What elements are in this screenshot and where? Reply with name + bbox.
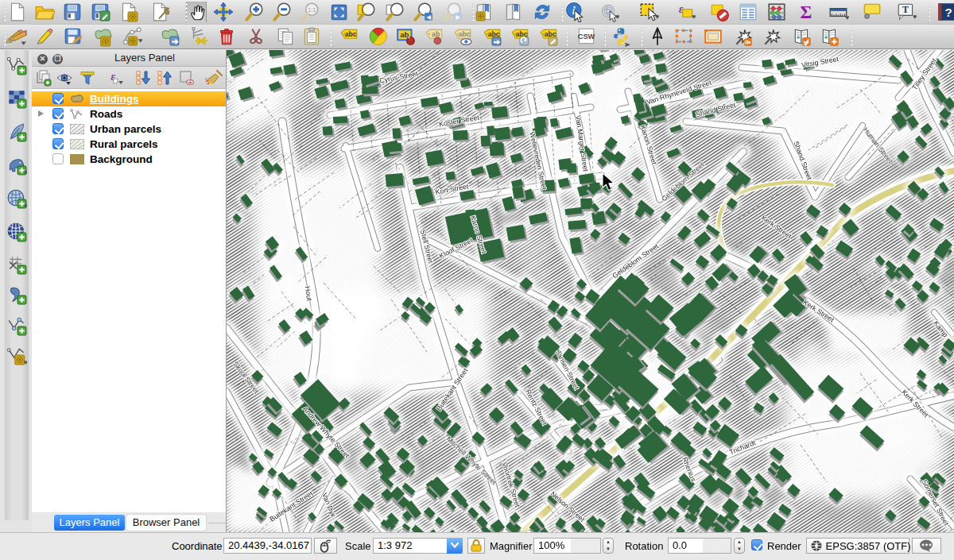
svg-text:abc: abc — [488, 30, 500, 38]
svg-text:Σ: Σ — [801, 2, 812, 22]
svg-text:◀: ◀ — [426, 14, 431, 21]
svg-text:?: ? — [945, 6, 952, 19]
svg-text:1:1: 1:1 — [308, 7, 316, 13]
svg-text:abc: abc — [516, 30, 528, 38]
svg-text:abc: abc — [345, 30, 357, 38]
svg-text:T: T — [902, 4, 909, 15]
svg-text:▶: ▶ — [456, 14, 460, 21]
svg-text:CSW: CSW — [578, 33, 595, 41]
svg-text:ab: ab — [432, 30, 440, 38]
svg-text:abc: abc — [545, 30, 556, 38]
svg-text:abc: abc — [459, 30, 471, 38]
